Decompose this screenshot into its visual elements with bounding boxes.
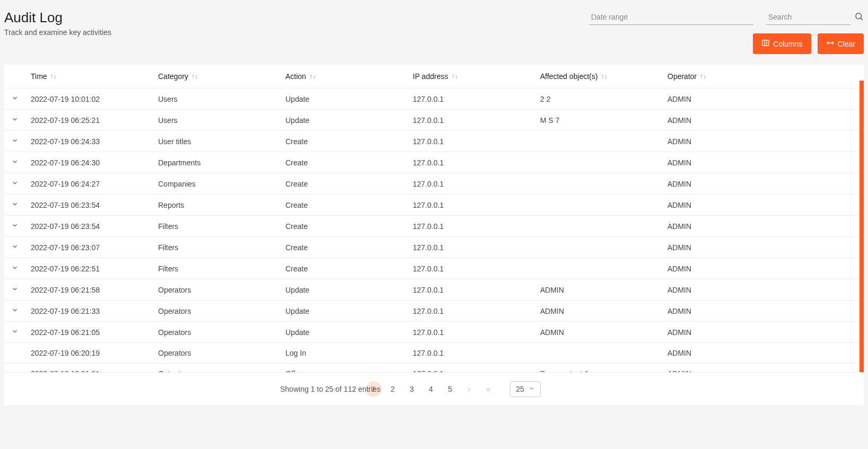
cell-operator: ADMIN xyxy=(662,237,864,258)
sort-icon: ↑↓ xyxy=(309,73,316,80)
page-size-select[interactable]: 25 xyxy=(510,381,541,397)
page-number-button[interactable]: 4 xyxy=(423,381,439,397)
page-number-button[interactable]: 3 xyxy=(404,381,420,397)
table-row[interactable]: 2022-07-19 06:24:27CompaniesCreate127.0.… xyxy=(4,173,864,195)
cell-objects xyxy=(535,173,662,195)
cell-category: Users xyxy=(153,110,280,131)
cell-time: 2022-07-19 06:23:54 xyxy=(25,216,153,237)
chevron-down-icon[interactable] xyxy=(11,116,19,125)
cell-category: Operators xyxy=(153,322,280,343)
columns-button[interactable]: Columns xyxy=(753,33,811,54)
table-row[interactable]: 2022-07-19 06:23:07FiltersCreate127.0.0.… xyxy=(4,237,864,258)
cell-ip: 127.0.0.1 xyxy=(407,152,535,173)
chevron-down-icon[interactable] xyxy=(11,285,19,294)
cell-action: Create xyxy=(280,258,407,279)
cell-objects: ADMIN xyxy=(535,279,662,301)
page-header: Audit Log Track and examine key activiti… xyxy=(4,4,864,65)
cell-operator: ADMIN xyxy=(662,195,864,216)
cell-time: 2022-07-19 06:24:33 xyxy=(25,131,153,152)
chevron-down-icon[interactable] xyxy=(11,264,19,273)
svg-rect-2 xyxy=(762,40,769,46)
cell-ip: 127.0.0.1 xyxy=(407,195,535,216)
chevron-down-icon xyxy=(528,385,535,393)
col-header-action[interactable]: Action↑↓ xyxy=(285,72,316,81)
chevron-down-icon[interactable] xyxy=(11,200,19,209)
table-row[interactable]: 2022-07-19 06:22:51FiltersCreate127.0.0.… xyxy=(4,258,864,279)
audit-table: Time↑↓ Category↑↓ Action↑↓ IP address↑↓ … xyxy=(4,65,864,406)
page-next-button[interactable]: › xyxy=(461,381,477,397)
clear-button[interactable]: Clear xyxy=(818,33,864,54)
page-subtitle: Track and examine key activities xyxy=(4,28,111,37)
scrollbar[interactable] xyxy=(860,81,864,372)
col-header-time[interactable]: Time↑↓ xyxy=(31,72,57,81)
chevron-down-icon[interactable] xyxy=(11,243,19,252)
table-row[interactable]: 2022-07-19 06:24:33User titlesCreate127.… xyxy=(4,131,864,152)
cell-time: 2022-07-19 06:22:51 xyxy=(25,258,153,279)
cell-objects: ADMIN xyxy=(535,322,662,343)
cell-objects xyxy=(535,152,662,173)
cell-operator: ADMIN xyxy=(662,322,864,343)
table-row[interactable]: 2022-07-19 06:21:05OperatorsUpdate127.0.… xyxy=(4,322,864,343)
cell-time: 2022-07-19 06:24:27 xyxy=(25,173,153,195)
cell-action: Create xyxy=(280,216,407,237)
cell-operator: ADMIN xyxy=(662,152,864,173)
cell-ip: 127.0.0.1 xyxy=(407,343,535,364)
svg-line-1 xyxy=(861,18,862,20)
table-row[interactable]: 2022-07-19 06:23:54ReportsCreate127.0.0.… xyxy=(4,195,864,216)
cell-category: Operators xyxy=(153,301,280,322)
table-row[interactable]: 2022-07-19 06:24:30DepartmentsCreate127.… xyxy=(4,152,864,173)
cell-category: Filters xyxy=(153,258,280,279)
page-size-value: 25 xyxy=(516,385,524,393)
cell-action: Update xyxy=(280,322,407,343)
col-header-operator[interactable]: Operator↑↓ xyxy=(667,72,706,81)
table-footer: Showing 1 to 25 of 112 entries «‹12345›»… xyxy=(4,372,864,406)
columns-button-label: Columns xyxy=(773,40,802,48)
search-input[interactable] xyxy=(766,10,851,25)
col-header-ip[interactable]: IP address↑↓ xyxy=(413,72,458,81)
col-header-category[interactable]: Category↑↓ xyxy=(158,72,198,81)
table-row[interactable]: 2022-07-19 06:23:54FiltersCreate127.0.0.… xyxy=(4,216,864,237)
chevron-down-icon[interactable] xyxy=(11,179,19,188)
cell-category: Outputs xyxy=(153,364,280,373)
cell-time: 2022-07-19 06:24:30 xyxy=(25,152,153,173)
table-row[interactable]: 2022-07-19 06:21:58OperatorsUpdate127.0.… xyxy=(4,279,864,301)
svg-point-0 xyxy=(856,13,862,19)
cell-action: Update xyxy=(280,279,407,301)
table-row[interactable]: 2022-07-19 06:20:19OperatorsLog In127.0.… xyxy=(4,343,864,364)
cell-time: 2022-07-19 10:01:02 xyxy=(25,89,153,110)
cell-category: Filters xyxy=(153,216,280,237)
cell-time: 2022-07-18 13:31:01 xyxy=(25,364,153,373)
cell-category: Filters xyxy=(153,237,280,258)
chevron-down-icon[interactable] xyxy=(11,158,19,167)
cell-action: Update xyxy=(280,89,407,110)
page-last-button[interactable]: » xyxy=(480,381,496,397)
cell-operator: ADMIN xyxy=(662,301,864,322)
table-row[interactable]: 2022-07-19 06:25:21UsersUpdate127.0.0.1M… xyxy=(4,110,864,131)
cell-action: Create xyxy=(280,237,407,258)
table-row[interactable]: 2022-07-18 13:31:01OutputsOff127.0.0.1De… xyxy=(4,364,864,373)
cell-category: Companies xyxy=(153,173,280,195)
chevron-down-icon[interactable] xyxy=(11,222,19,231)
page-number-button[interactable]: 2 xyxy=(385,381,401,397)
chevron-down-icon[interactable] xyxy=(11,306,19,315)
cell-time: 2022-07-19 06:25:21 xyxy=(25,110,153,131)
cell-category: Operators xyxy=(153,343,280,364)
chevron-down-icon[interactable] xyxy=(11,94,19,103)
col-header-objects[interactable]: Affected object(s)↑↓ xyxy=(540,72,607,81)
cell-operator: ADMIN xyxy=(662,110,864,131)
table-row[interactable]: 2022-07-19 10:01:02UsersUpdate127.0.0.12… xyxy=(4,89,864,110)
search-icon[interactable] xyxy=(854,12,864,23)
sort-icon: ↑↓ xyxy=(192,73,198,80)
chevron-down-icon[interactable] xyxy=(11,137,19,146)
cell-ip: 127.0.0.1 xyxy=(407,173,535,195)
table-row[interactable]: 2022-07-19 06:21:33OperatorsUpdate127.0.… xyxy=(4,301,864,322)
cell-action: Create xyxy=(280,131,407,152)
cell-objects xyxy=(535,216,662,237)
pagination-info: Showing 1 to 25 of 112 entries xyxy=(280,385,380,393)
cell-action: Create xyxy=(280,195,407,216)
cell-action: Log In xyxy=(280,343,407,364)
page-number-button[interactable]: 5 xyxy=(442,381,458,397)
cell-operator: ADMIN xyxy=(662,131,864,152)
chevron-down-icon[interactable] xyxy=(11,328,19,337)
date-range-input[interactable] xyxy=(589,10,753,25)
